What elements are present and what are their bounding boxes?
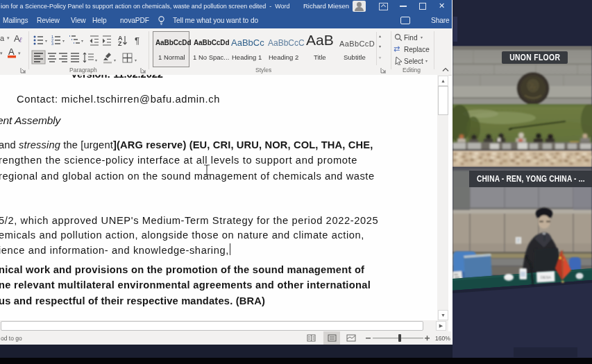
svg-text:a: a (0, 34, 5, 42)
svg-text:▾: ▾ (18, 51, 21, 55)
svg-text:▾: ▾ (7, 35, 10, 40)
svg-text:▾: ▾ (45, 39, 47, 43)
svg-text:▾: ▾ (114, 58, 116, 62)
svg-text:▾: ▾ (81, 39, 83, 43)
svg-text:DESA: DESA (541, 275, 551, 279)
svg-text:3: 3 (51, 42, 53, 46)
svg-text:▾: ▾ (62, 39, 65, 43)
svg-text:A: A (8, 46, 15, 57)
svg-text:▾: ▾ (135, 58, 137, 62)
svg-text:¶: ¶ (135, 35, 139, 46)
svg-text:▾: ▾ (0, 51, 3, 55)
svg-text:160%: 160% (435, 335, 450, 342)
svg-text:Z: Z (118, 40, 122, 47)
svg-text:ℓ: ℓ (19, 36, 22, 44)
svg-text:▾: ▾ (95, 58, 97, 62)
